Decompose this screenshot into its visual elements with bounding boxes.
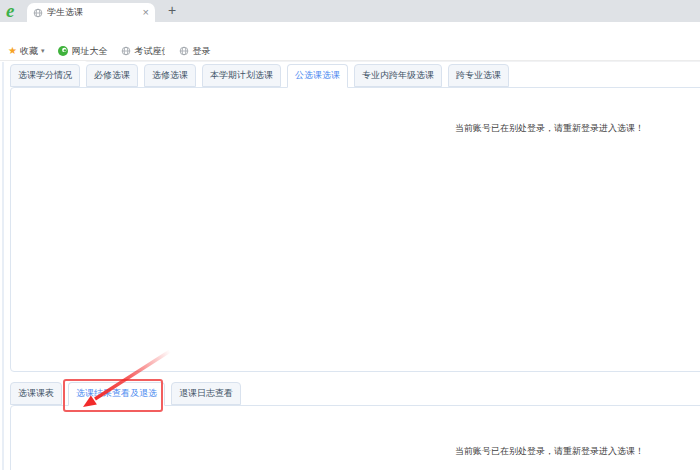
- tab-timetable[interactable]: 选课课表: [10, 382, 62, 405]
- course-selection-tabs: 选课学分情况 必修选课 选修选课 本学期计划选课 公选课选课 专业内跨年级选课 …: [10, 64, 509, 88]
- globe-icon: [121, 46, 131, 56]
- bookmarks-bar: ★ 收藏 ▾ 网址大全 考试座位 登录: [0, 42, 700, 61]
- tab-drop-log[interactable]: 退课日志查看: [171, 382, 241, 405]
- bookmark-label: 考试座位: [134, 45, 165, 58]
- chevron-down-icon: ▾: [41, 47, 45, 55]
- tab-credit-info[interactable]: 选课学分情况: [10, 64, 80, 87]
- bookmark-label: 网址大全: [71, 45, 107, 58]
- screenshot-stage: e 学生选课 × + 证书风险 https://10.0.3.88: [0, 0, 700, 470]
- tab-semester-plan[interactable]: 本学期计划选课: [202, 64, 281, 87]
- tab-public-elective[interactable]: 公选课选课: [287, 64, 348, 88]
- bookmark-exam-seat[interactable]: 考试座位: [121, 45, 165, 58]
- bookmark-favorites[interactable]: ★ 收藏 ▾: [8, 45, 44, 58]
- browser-toolbar: 证书风险 https://10.0.3.88/jsxsd/xsxk/xsxk_i…: [0, 22, 700, 42]
- bookmark-login[interactable]: 登录: [179, 45, 210, 58]
- selection-result-tabs: 选课课表 选课结果查看及退选 退课日志查看: [10, 382, 241, 406]
- green-nav-icon: [58, 46, 68, 56]
- tab-cross-grade[interactable]: 专业内跨年级选课: [354, 64, 442, 87]
- browser-tab-active[interactable]: 学生选课 ×: [27, 3, 155, 22]
- login-elsewhere-message: 当前账号已在别处登录，请重新登录进入选课！: [455, 122, 644, 135]
- close-tab-icon[interactable]: ×: [143, 7, 149, 18]
- favicon-globe-icon: [33, 4, 43, 22]
- bookmark-label: 登录: [192, 45, 210, 58]
- tab-selection-result[interactable]: 选课结果查看及退选: [68, 382, 165, 406]
- tab-elective-course[interactable]: 选修选课: [144, 64, 196, 87]
- browser-tab-title: 学生选课: [47, 6, 143, 19]
- bookmark-label: 收藏: [20, 45, 38, 58]
- globe-icon: [179, 46, 189, 56]
- page-frame-border: [2, 62, 4, 470]
- bookmark-nav-site[interactable]: 网址大全: [58, 45, 107, 58]
- tab-cross-major[interactable]: 跨专业选课: [448, 64, 509, 87]
- login-elsewhere-message-bottom: 当前账号已在别处登录，请重新登录进入选课！: [455, 445, 644, 458]
- bottom-tab-content-panel: [10, 405, 700, 470]
- browser-tab-strip: e 学生选课 × +: [0, 0, 700, 22]
- new-tab-button[interactable]: +: [164, 2, 180, 18]
- star-icon: ★: [8, 46, 17, 56]
- browser-logo-icon[interactable]: e: [6, 0, 14, 22]
- tab-required-course[interactable]: 必修选课: [86, 64, 138, 87]
